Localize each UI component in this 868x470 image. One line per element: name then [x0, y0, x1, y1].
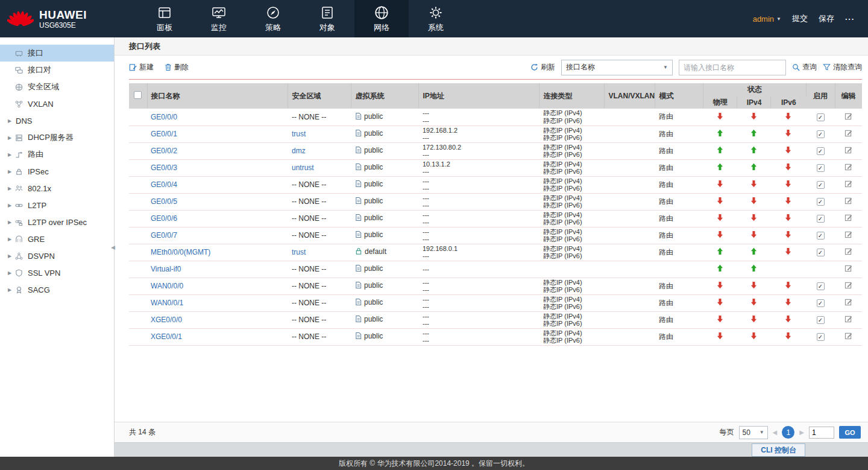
- per-page-select[interactable]: 50 ▼: [739, 426, 768, 439]
- interface-name-link[interactable]: GE0/0/7: [151, 231, 177, 240]
- go-button[interactable]: GO: [839, 426, 861, 439]
- enable-checkbox[interactable]: ✓: [817, 282, 825, 290]
- edit-icon[interactable]: [844, 298, 852, 306]
- interface-name-link[interactable]: GE0/0/5: [151, 197, 177, 206]
- expand-arrow-icon: ▶: [5, 118, 14, 124]
- enable-checkbox[interactable]: ✓: [817, 299, 825, 307]
- user-menu[interactable]: admin ▼: [753, 14, 781, 24]
- edit-icon[interactable]: [844, 230, 852, 238]
- interface-name-link[interactable]: XGE0/0/1: [151, 332, 182, 341]
- sidebar-item-ssl-vpn[interactable]: ▶SSL VPN: [0, 264, 114, 281]
- nav-item-system[interactable]: 系统: [409, 0, 463, 37]
- edit-icon[interactable]: [844, 163, 852, 171]
- table-footer: 共 14 条 每页 50 ▼ ◀ 1 ▶ GO: [115, 422, 868, 442]
- sidebar-item-ipsec[interactable]: ▶IPSec: [0, 163, 114, 180]
- nav-item-object[interactable]: 对象: [300, 0, 354, 37]
- edit-icon[interactable]: [844, 197, 852, 205]
- sidebar-item-interface-pair[interactable]: 接口对: [0, 62, 114, 78]
- edit-icon[interactable]: [844, 332, 852, 340]
- interface-row: XGE0/0/1-- NONE --public------静态IP (IPv4…: [129, 328, 862, 345]
- enable-cell: ✓: [806, 193, 835, 210]
- interface-search-input[interactable]: [679, 60, 786, 75]
- ipv6-status-cell: [771, 227, 806, 244]
- interface-name-link[interactable]: GE0/0/0: [151, 113, 177, 121]
- sidebar-item-dhcp-server[interactable]: ▶DHCP服务器: [0, 129, 114, 146]
- sidebar-item-security-zone[interactable]: 安全区域: [0, 78, 114, 95]
- interface-name-link[interactable]: GE0/0/2: [151, 147, 177, 155]
- sidebar-item-dsvpn[interactable]: ▶DSVPN: [0, 247, 114, 264]
- edit-icon[interactable]: [844, 315, 852, 323]
- enable-checkbox[interactable]: ✓: [817, 232, 825, 240]
- filter-field-select[interactable]: 接口名称 ▼: [561, 60, 673, 75]
- object-icon: [320, 5, 335, 21]
- sidebar-item-l2tp-over-ipsec[interactable]: ▶L2TP over IPSec: [0, 214, 114, 230]
- page-goto-input[interactable]: [809, 427, 834, 439]
- connection-type-cell: [539, 261, 605, 278]
- select-all-checkbox[interactable]: [134, 91, 142, 99]
- more-menu-button[interactable]: ···: [845, 14, 855, 24]
- enable-checkbox[interactable]: ✓: [817, 181, 825, 189]
- interface-name-link[interactable]: XGE0/0/0: [151, 316, 182, 324]
- phy-status-cell: [703, 227, 737, 244]
- sidebar-item-l2tp[interactable]: ▶L2TP: [0, 197, 114, 214]
- enable-checkbox[interactable]: ✓: [817, 316, 825, 324]
- enable-checkbox[interactable]: ✓: [817, 164, 825, 172]
- zone-link[interactable]: trust: [292, 248, 306, 256]
- interface-name-link[interactable]: WAN0/0/1: [151, 299, 183, 307]
- edit-icon[interactable]: [844, 146, 852, 154]
- interface-row: GE0/0/1trustpublic192.168.1.2---静态IP (IP…: [129, 125, 862, 142]
- query-button[interactable]: 查询: [792, 62, 817, 72]
- interface-name-link[interactable]: GE0/0/4: [151, 180, 177, 189]
- interface-name-link[interactable]: GE0/0/6: [151, 214, 177, 223]
- edit-icon[interactable]: [844, 214, 852, 221]
- interface-name-link[interactable]: GE0/0/1: [151, 130, 177, 138]
- cli-console-button[interactable]: CLI 控制台: [752, 443, 805, 457]
- nav-item-dashboard[interactable]: 面板: [137, 0, 192, 37]
- interface-name-link[interactable]: Virtual-if0: [151, 265, 181, 273]
- clear-query-button[interactable]: 清除查询: [823, 62, 862, 72]
- interface-name-link[interactable]: MEth0/0/0(MGMT): [151, 248, 210, 256]
- sidebar-item-gre[interactable]: ▶GRE: [0, 230, 114, 247]
- edit-icon[interactable]: [844, 281, 852, 289]
- phy-status-cell: [703, 125, 737, 142]
- delete-button[interactable]: 删除: [165, 62, 189, 72]
- refresh-button[interactable]: 刷新: [530, 62, 555, 72]
- sidebar-item-dns[interactable]: ▶DNS: [0, 112, 114, 129]
- interface-name-link[interactable]: WAN0/0/0: [151, 282, 183, 290]
- edit-icon[interactable]: [844, 180, 852, 188]
- save-button[interactable]: 保存: [819, 13, 834, 24]
- sidebar-item-route[interactable]: ▶路由: [0, 146, 114, 163]
- enable-checkbox[interactable]: ✓: [817, 333, 825, 341]
- sidebar-item-dot1x[interactable]: ▶802.1x: [0, 180, 114, 197]
- top-nav: 面板监控策略对象网络系统: [137, 0, 463, 37]
- edit-icon[interactable]: [844, 264, 852, 272]
- sidebar-item-sacg[interactable]: ▶SACG: [0, 281, 114, 298]
- prev-page-icon[interactable]: ◀: [773, 429, 778, 436]
- enable-checkbox[interactable]: ✓: [817, 130, 825, 138]
- enable-checkbox[interactable]: ✓: [817, 147, 825, 155]
- edit-icon[interactable]: [844, 129, 852, 137]
- sidebar-collapse-icon[interactable]: ◀: [111, 244, 115, 250]
- zone-link[interactable]: untrust: [292, 164, 314, 172]
- edit-icon[interactable]: [844, 112, 852, 120]
- nav-item-policy[interactable]: 策略: [246, 0, 300, 37]
- down-arrow-icon: [785, 281, 791, 289]
- enable-checkbox[interactable]: ✓: [817, 249, 825, 256]
- submit-button[interactable]: 提交: [792, 13, 808, 24]
- nav-item-label: 系统: [428, 22, 444, 33]
- enable-checkbox[interactable]: ✓: [817, 198, 825, 206]
- sidebar-item-interface[interactable]: 接口: [0, 45, 114, 62]
- enable-checkbox[interactable]: ✓: [817, 113, 825, 121]
- zone-link[interactable]: trust: [292, 130, 306, 138]
- interface-name-link[interactable]: GE0/0/3: [151, 164, 177, 172]
- col-edit: 编辑: [835, 83, 862, 109]
- current-page-button[interactable]: 1: [782, 426, 794, 439]
- nav-item-monitor[interactable]: 监控: [192, 0, 246, 37]
- edit-icon[interactable]: [844, 247, 852, 255]
- enable-checkbox[interactable]: ✓: [817, 215, 825, 223]
- sidebar-item-vxlan[interactable]: VXLAN: [0, 95, 114, 112]
- new-button[interactable]: 新建: [129, 62, 154, 72]
- zone-link[interactable]: dmz: [292, 147, 306, 155]
- nav-item-network[interactable]: 网络: [354, 0, 409, 37]
- next-page-icon[interactable]: ▶: [799, 429, 804, 436]
